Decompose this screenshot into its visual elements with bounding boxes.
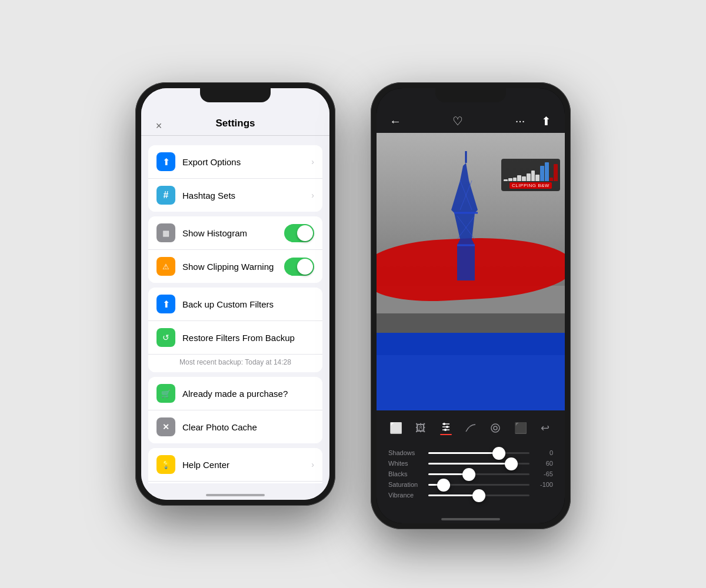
shadows-row: Shadows 0 bbox=[388, 449, 553, 456]
svg-point-15 bbox=[494, 426, 497, 430]
vibrance-fill bbox=[428, 495, 479, 496]
hist-bar-10 bbox=[545, 162, 549, 181]
settings-title: Settings bbox=[215, 118, 255, 129]
toggle-knob-2 bbox=[297, 259, 313, 275]
purchase-icon: 🛒 bbox=[156, 384, 175, 403]
settings-list: ⬆ Export Options › # Hashtag Sets › ▦ Sh… bbox=[141, 136, 329, 483]
whites-track[interactable] bbox=[428, 463, 530, 465]
help-chevron-icon: › bbox=[311, 460, 314, 469]
whites-value: 60 bbox=[534, 460, 553, 467]
clear-cache-row[interactable]: ✕ Clear Photo Cache bbox=[148, 410, 322, 443]
whites-label: Whites bbox=[388, 460, 424, 467]
saturation-value: -100 bbox=[534, 481, 553, 488]
vibrance-thumb[interactable] bbox=[472, 489, 485, 502]
group-tools: 🛒 Already made a purchase? ✕ Clear Photo… bbox=[148, 377, 322, 443]
photo-toolbar: ⬜ 🖼 bbox=[377, 410, 565, 509]
whites-fill bbox=[428, 463, 511, 465]
help-center-label: Help Center bbox=[182, 460, 308, 470]
blacks-value: -65 bbox=[534, 470, 553, 477]
export-chevron-icon: › bbox=[311, 157, 314, 166]
vibrance-row: Vibrance bbox=[388, 492, 553, 499]
filter-tool-icon[interactable]: 🖼 bbox=[410, 417, 431, 439]
toggle-knob bbox=[297, 225, 313, 241]
home-bar bbox=[206, 494, 265, 496]
hashtag-icon: # bbox=[156, 186, 175, 205]
back-button[interactable]: ← bbox=[386, 115, 405, 128]
show-histogram-label: Show Histogram bbox=[182, 228, 284, 238]
group-toggles: ▦ Show Histogram ⚠ Show Clipping Warning bbox=[148, 216, 322, 283]
svg-point-14 bbox=[491, 424, 499, 432]
clipping-toggle[interactable] bbox=[284, 258, 314, 276]
hist-bar-11 bbox=[550, 178, 554, 181]
cache-icon: ✕ bbox=[156, 417, 175, 436]
group-support: 💡 Help Center › △ Contact Us ≡ Version H… bbox=[148, 448, 322, 483]
whites-row: Whites 60 bbox=[388, 460, 553, 467]
hist-bar-7 bbox=[531, 171, 535, 181]
histogram-bars bbox=[504, 162, 558, 181]
heart-icon[interactable]: ♡ bbox=[448, 114, 467, 128]
export-options-row[interactable]: ⬆ Export Options › bbox=[148, 145, 322, 179]
photo-area: CLIPPING B&W bbox=[377, 133, 565, 410]
left-phone: × Settings ⬆ Export Options › # Hashtag … bbox=[135, 82, 335, 506]
blacks-label: Blacks bbox=[388, 470, 424, 477]
group-nav: ⬆ Export Options › # Hashtag Sets › bbox=[148, 145, 322, 212]
hist-bar-3 bbox=[513, 178, 517, 181]
hist-bar-8 bbox=[535, 175, 540, 181]
shadows-fill bbox=[428, 452, 499, 454]
blacks-row: Blacks -65 bbox=[388, 470, 553, 477]
hist-bar-2 bbox=[508, 178, 512, 181]
undo-icon[interactable]: ↩ bbox=[535, 417, 556, 439]
backup-filters-row[interactable]: ⬆ Back up Custom Filters bbox=[148, 288, 322, 321]
restore-icon: ↺ bbox=[156, 328, 175, 347]
blacks-thumb[interactable] bbox=[462, 468, 475, 481]
svg-point-11 bbox=[446, 426, 448, 428]
crop-tool-icon[interactable]: ⬜ bbox=[385, 417, 407, 439]
backup-note: Most recent backup: Today at 14:28 bbox=[148, 355, 322, 372]
home-indicator bbox=[141, 483, 329, 500]
toolbar-icons: ⬜ 🖼 bbox=[379, 415, 562, 441]
shadows-thumb[interactable] bbox=[492, 447, 505, 460]
sliders-panel: Shadows 0 Whites 60 bbox=[379, 441, 562, 507]
selective-tool-icon[interactable] bbox=[485, 417, 506, 439]
histogram-toggle[interactable] bbox=[284, 224, 314, 242]
more-options-icon[interactable]: ··· bbox=[511, 114, 530, 128]
show-histogram-row[interactable]: ▦ Show Histogram bbox=[148, 216, 322, 250]
vibrance-label: Vibrance bbox=[388, 492, 424, 499]
svg-point-9 bbox=[443, 423, 445, 425]
hashtag-sets-row[interactable]: # Hashtag Sets › bbox=[148, 179, 322, 212]
hist-bar-1 bbox=[504, 179, 508, 181]
hashtag-chevron-icon: › bbox=[311, 191, 314, 200]
hsl-tool-icon[interactable]: ⬛ bbox=[510, 417, 531, 439]
vibrance-track[interactable] bbox=[428, 495, 530, 496]
left-notch bbox=[200, 88, 271, 102]
right-home-bar bbox=[441, 518, 500, 520]
show-clipping-row[interactable]: ⚠ Show Clipping Warning bbox=[148, 250, 322, 283]
hist-bar-4 bbox=[517, 175, 521, 181]
whites-thumb[interactable] bbox=[505, 457, 518, 470]
shadows-track[interactable] bbox=[428, 452, 530, 454]
backup-filters-label: Back up Custom Filters bbox=[182, 299, 314, 309]
close-button[interactable]: × bbox=[151, 118, 167, 134]
right-phone: ← ♡ ··· ⬆ bbox=[371, 82, 571, 529]
hist-bar-12 bbox=[554, 164, 558, 181]
share-icon[interactable]: ⬆ bbox=[537, 114, 555, 128]
blacks-track[interactable] bbox=[428, 473, 530, 475]
adjust-tool-icon[interactable] bbox=[435, 417, 457, 439]
right-home-indicator bbox=[377, 509, 565, 523]
restore-filters-row[interactable]: ↺ Restore Filters From Backup bbox=[148, 321, 322, 355]
eiffel-tower bbox=[442, 147, 489, 355]
svg-marker-0 bbox=[451, 163, 478, 280]
right-notch bbox=[435, 88, 506, 102]
restore-filters-label: Restore Filters From Backup bbox=[182, 333, 314, 343]
help-center-row[interactable]: 💡 Help Center › bbox=[148, 448, 322, 482]
purchase-row[interactable]: 🛒 Already made a purchase? bbox=[148, 377, 322, 410]
saturation-thumb[interactable] bbox=[437, 479, 450, 492]
curves-tool-icon[interactable] bbox=[460, 417, 481, 439]
saturation-track[interactable] bbox=[428, 484, 530, 486]
saturation-label: Saturation bbox=[388, 481, 424, 488]
hist-bar-6 bbox=[527, 173, 531, 181]
clipping-icon: ⚠ bbox=[156, 257, 175, 276]
clipping-label: CLIPPING B&W bbox=[509, 182, 552, 189]
histogram-icon: ▦ bbox=[156, 223, 175, 242]
hist-bar-5 bbox=[522, 176, 526, 181]
